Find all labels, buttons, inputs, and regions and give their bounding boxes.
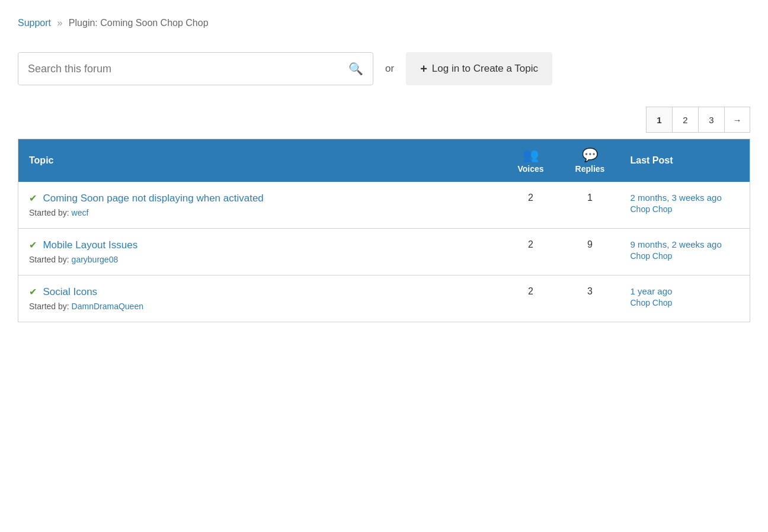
topic-title-link-2[interactable]: Social Icons	[43, 286, 97, 297]
replies-cell-0: 1	[561, 182, 620, 229]
search-box: 🔍	[18, 52, 373, 85]
topic-author-link-2[interactable]: DamnDramaQueen	[72, 302, 143, 311]
or-text: or	[385, 63, 394, 75]
topic-started-1: Started by: garyburge08	[29, 255, 491, 264]
breadcrumb-support-link[interactable]: Support	[18, 18, 51, 28]
topic-cell-0: ✔ Coming Soon page not displaying when a…	[18, 182, 501, 229]
voices-cell-0: 2	[501, 182, 561, 229]
table-header-row: Topic 👥 Voices 💬 Replies Last Post	[18, 139, 750, 182]
lastpost-author-link-0[interactable]: Chop Chop	[631, 204, 740, 214]
voices-icon: 👥	[512, 148, 550, 163]
table-row: ✔ Social Icons Started by: DamnDramaQuee…	[18, 275, 750, 322]
topic-cell-2: ✔ Social Icons Started by: DamnDramaQuee…	[18, 275, 501, 322]
replies-icon: 💬	[571, 148, 609, 163]
resolved-check-icon-1: ✔	[29, 240, 37, 250]
replies-label: Replies	[571, 164, 609, 174]
replies-cell-1: 9	[561, 229, 620, 275]
lastpost-time-link-2[interactable]: 1 year ago	[631, 286, 740, 296]
next-page-button[interactable]: →	[724, 107, 750, 133]
voices-cell-2: 2	[501, 275, 561, 322]
col-header-replies: 💬 Replies	[561, 139, 620, 182]
breadcrumb-separator: »	[57, 18, 63, 28]
topic-started-2: Started by: DamnDramaQueen	[29, 302, 491, 311]
voices-cell-1: 2	[501, 229, 561, 275]
started-by-label-1: Started by:	[29, 255, 69, 264]
resolved-check-icon-0: ✔	[29, 193, 37, 203]
replies-cell-2: 3	[561, 275, 620, 322]
topic-title-link-1[interactable]: Mobile Layout Issues	[43, 239, 137, 251]
started-by-label-2: Started by:	[29, 302, 69, 311]
create-topic-label: Log in to Create a Topic	[432, 63, 538, 75]
lastpost-cell-2: 1 year ago Chop Chop	[620, 275, 750, 322]
topic-author-link-0[interactable]: wecf	[72, 208, 89, 217]
resolved-check-icon-2: ✔	[29, 287, 37, 297]
page-1-button[interactable]: 1	[646, 107, 672, 133]
search-input[interactable]	[28, 63, 348, 75]
topic-cell-1: ✔ Mobile Layout Issues Started by: garyb…	[18, 229, 501, 275]
topic-started-0: Started by: wecf	[29, 208, 491, 217]
started-by-label-0: Started by:	[29, 208, 69, 217]
topic-title-link-0[interactable]: Coming Soon page not displaying when act…	[43, 193, 263, 204]
col-header-lastpost: Last Post	[620, 139, 750, 182]
topic-author-link-1[interactable]: garyburge08	[72, 255, 119, 264]
lastpost-time-link-1[interactable]: 9 months, 2 weeks ago	[631, 239, 740, 249]
search-icon[interactable]: 🔍	[348, 62, 363, 76]
breadcrumb-current: Plugin: Coming Soon Chop Chop	[69, 18, 209, 28]
create-topic-button[interactable]: + Log in to Create a Topic	[406, 52, 552, 85]
page-3-button[interactable]: 3	[698, 107, 724, 133]
lastpost-time-link-0[interactable]: 2 months, 3 weeks ago	[631, 193, 740, 203]
plus-icon: +	[420, 62, 427, 76]
pagination: 1 2 3 →	[18, 107, 750, 133]
search-create-row: 🔍 or + Log in to Create a Topic	[18, 52, 750, 85]
voices-label: Voices	[512, 164, 550, 174]
table-row: ✔ Coming Soon page not displaying when a…	[18, 182, 750, 229]
breadcrumb: Support » Plugin: Coming Soon Chop Chop	[18, 18, 750, 28]
col-header-voices: 👥 Voices	[501, 139, 561, 182]
col-header-topic: Topic	[18, 139, 501, 182]
table-row: ✔ Mobile Layout Issues Started by: garyb…	[18, 229, 750, 275]
lastpost-author-link-2[interactable]: Chop Chop	[631, 298, 740, 307]
lastpost-cell-1: 9 months, 2 weeks ago Chop Chop	[620, 229, 750, 275]
lastpost-author-link-1[interactable]: Chop Chop	[631, 251, 740, 261]
page-2-button[interactable]: 2	[672, 107, 698, 133]
forum-table: Topic 👥 Voices 💬 Replies Last Post ✔ Com…	[18, 139, 750, 322]
lastpost-cell-0: 2 months, 3 weeks ago Chop Chop	[620, 182, 750, 229]
